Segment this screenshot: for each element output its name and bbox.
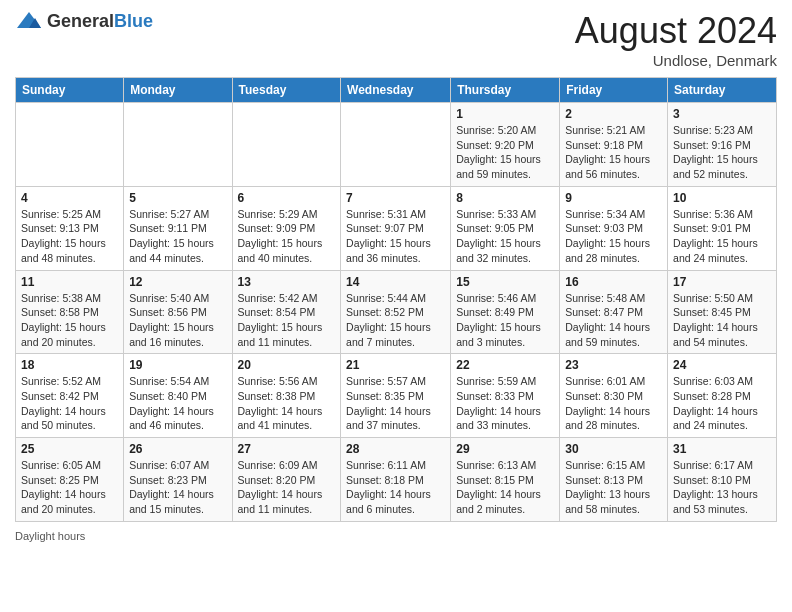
calendar-cell: 3Sunrise: 5:23 AM Sunset: 9:16 PM Daylig… [668, 103, 777, 187]
day-info: Sunrise: 6:07 AM Sunset: 8:23 PM Dayligh… [129, 458, 226, 517]
calendar-cell: 5Sunrise: 5:27 AM Sunset: 9:11 PM Daylig… [124, 186, 232, 270]
calendar-header-sunday: Sunday [16, 78, 124, 103]
day-number: 6 [238, 191, 336, 205]
page-header: GeneralBlue August 2024 Undlose, Denmark [15, 10, 777, 69]
day-number: 23 [565, 358, 662, 372]
calendar-header-thursday: Thursday [451, 78, 560, 103]
day-info: Sunrise: 6:13 AM Sunset: 8:15 PM Dayligh… [456, 458, 554, 517]
day-number: 7 [346, 191, 445, 205]
day-info: Sunrise: 5:44 AM Sunset: 8:52 PM Dayligh… [346, 291, 445, 350]
calendar-cell: 4Sunrise: 5:25 AM Sunset: 9:13 PM Daylig… [16, 186, 124, 270]
logo-general-text: General [47, 11, 114, 31]
day-info: Sunrise: 5:48 AM Sunset: 8:47 PM Dayligh… [565, 291, 662, 350]
day-number: 20 [238, 358, 336, 372]
month-year: August 2024 [575, 10, 777, 52]
title-block: August 2024 Undlose, Denmark [575, 10, 777, 69]
calendar-cell: 9Sunrise: 5:34 AM Sunset: 9:03 PM Daylig… [560, 186, 668, 270]
day-info: Sunrise: 5:20 AM Sunset: 9:20 PM Dayligh… [456, 123, 554, 182]
day-info: Sunrise: 5:50 AM Sunset: 8:45 PM Dayligh… [673, 291, 771, 350]
day-info: Sunrise: 6:11 AM Sunset: 8:18 PM Dayligh… [346, 458, 445, 517]
calendar-cell: 27Sunrise: 6:09 AM Sunset: 8:20 PM Dayli… [232, 438, 341, 522]
calendar-week-row: 1Sunrise: 5:20 AM Sunset: 9:20 PM Daylig… [16, 103, 777, 187]
day-number: 26 [129, 442, 226, 456]
day-number: 25 [21, 442, 118, 456]
calendar-cell [341, 103, 451, 187]
day-info: Sunrise: 6:03 AM Sunset: 8:28 PM Dayligh… [673, 374, 771, 433]
calendar-week-row: 25Sunrise: 6:05 AM Sunset: 8:25 PM Dayli… [16, 438, 777, 522]
calendar-header-friday: Friday [560, 78, 668, 103]
day-info: Sunrise: 5:25 AM Sunset: 9:13 PM Dayligh… [21, 207, 118, 266]
calendar-cell: 26Sunrise: 6:07 AM Sunset: 8:23 PM Dayli… [124, 438, 232, 522]
day-number: 12 [129, 275, 226, 289]
day-info: Sunrise: 6:09 AM Sunset: 8:20 PM Dayligh… [238, 458, 336, 517]
day-number: 14 [346, 275, 445, 289]
day-info: Sunrise: 6:01 AM Sunset: 8:30 PM Dayligh… [565, 374, 662, 433]
calendar-header-tuesday: Tuesday [232, 78, 341, 103]
calendar-cell: 7Sunrise: 5:31 AM Sunset: 9:07 PM Daylig… [341, 186, 451, 270]
location: Undlose, Denmark [575, 52, 777, 69]
calendar-cell: 2Sunrise: 5:21 AM Sunset: 9:18 PM Daylig… [560, 103, 668, 187]
day-info: Sunrise: 5:31 AM Sunset: 9:07 PM Dayligh… [346, 207, 445, 266]
footer: Daylight hours [15, 530, 777, 542]
day-info: Sunrise: 5:57 AM Sunset: 8:35 PM Dayligh… [346, 374, 445, 433]
calendar-cell: 10Sunrise: 5:36 AM Sunset: 9:01 PM Dayli… [668, 186, 777, 270]
day-info: Sunrise: 5:59 AM Sunset: 8:33 PM Dayligh… [456, 374, 554, 433]
calendar-cell: 21Sunrise: 5:57 AM Sunset: 8:35 PM Dayli… [341, 354, 451, 438]
day-info: Sunrise: 6:17 AM Sunset: 8:10 PM Dayligh… [673, 458, 771, 517]
calendar-cell [124, 103, 232, 187]
day-number: 4 [21, 191, 118, 205]
day-info: Sunrise: 5:21 AM Sunset: 9:18 PM Dayligh… [565, 123, 662, 182]
calendar-cell: 12Sunrise: 5:40 AM Sunset: 8:56 PM Dayli… [124, 270, 232, 354]
calendar-cell: 22Sunrise: 5:59 AM Sunset: 8:33 PM Dayli… [451, 354, 560, 438]
calendar-cell: 8Sunrise: 5:33 AM Sunset: 9:05 PM Daylig… [451, 186, 560, 270]
day-number: 3 [673, 107, 771, 121]
day-number: 18 [21, 358, 118, 372]
calendar-cell: 23Sunrise: 6:01 AM Sunset: 8:30 PM Dayli… [560, 354, 668, 438]
calendar-cell: 16Sunrise: 5:48 AM Sunset: 8:47 PM Dayli… [560, 270, 668, 354]
day-number: 2 [565, 107, 662, 121]
day-number: 21 [346, 358, 445, 372]
day-number: 8 [456, 191, 554, 205]
day-info: Sunrise: 5:54 AM Sunset: 8:40 PM Dayligh… [129, 374, 226, 433]
day-number: 17 [673, 275, 771, 289]
day-info: Sunrise: 5:34 AM Sunset: 9:03 PM Dayligh… [565, 207, 662, 266]
day-info: Sunrise: 5:56 AM Sunset: 8:38 PM Dayligh… [238, 374, 336, 433]
calendar-cell: 11Sunrise: 5:38 AM Sunset: 8:58 PM Dayli… [16, 270, 124, 354]
calendar-cell: 28Sunrise: 6:11 AM Sunset: 8:18 PM Dayli… [341, 438, 451, 522]
day-number: 13 [238, 275, 336, 289]
calendar-cell: 31Sunrise: 6:17 AM Sunset: 8:10 PM Dayli… [668, 438, 777, 522]
day-number: 24 [673, 358, 771, 372]
day-number: 9 [565, 191, 662, 205]
day-number: 1 [456, 107, 554, 121]
calendar-cell: 24Sunrise: 6:03 AM Sunset: 8:28 PM Dayli… [668, 354, 777, 438]
calendar-cell [232, 103, 341, 187]
calendar-cell: 18Sunrise: 5:52 AM Sunset: 8:42 PM Dayli… [16, 354, 124, 438]
day-number: 27 [238, 442, 336, 456]
calendar-cell [16, 103, 124, 187]
calendar-cell: 29Sunrise: 6:13 AM Sunset: 8:15 PM Dayli… [451, 438, 560, 522]
calendar-header-monday: Monday [124, 78, 232, 103]
day-number: 11 [21, 275, 118, 289]
calendar-table: SundayMondayTuesdayWednesdayThursdayFrid… [15, 77, 777, 522]
daylight-label: Daylight hours [15, 530, 85, 542]
day-info: Sunrise: 5:33 AM Sunset: 9:05 PM Dayligh… [456, 207, 554, 266]
day-info: Sunrise: 5:38 AM Sunset: 8:58 PM Dayligh… [21, 291, 118, 350]
calendar-week-row: 4Sunrise: 5:25 AM Sunset: 9:13 PM Daylig… [16, 186, 777, 270]
day-info: Sunrise: 5:36 AM Sunset: 9:01 PM Dayligh… [673, 207, 771, 266]
day-number: 22 [456, 358, 554, 372]
day-info: Sunrise: 5:42 AM Sunset: 8:54 PM Dayligh… [238, 291, 336, 350]
logo-blue-text: Blue [114, 11, 153, 31]
calendar-week-row: 11Sunrise: 5:38 AM Sunset: 8:58 PM Dayli… [16, 270, 777, 354]
day-info: Sunrise: 5:23 AM Sunset: 9:16 PM Dayligh… [673, 123, 771, 182]
day-info: Sunrise: 5:52 AM Sunset: 8:42 PM Dayligh… [21, 374, 118, 433]
calendar-cell: 25Sunrise: 6:05 AM Sunset: 8:25 PM Dayli… [16, 438, 124, 522]
day-number: 29 [456, 442, 554, 456]
day-number: 31 [673, 442, 771, 456]
calendar-cell: 20Sunrise: 5:56 AM Sunset: 8:38 PM Dayli… [232, 354, 341, 438]
calendar-cell: 13Sunrise: 5:42 AM Sunset: 8:54 PM Dayli… [232, 270, 341, 354]
day-info: Sunrise: 5:29 AM Sunset: 9:09 PM Dayligh… [238, 207, 336, 266]
logo: GeneralBlue [15, 10, 153, 32]
day-number: 30 [565, 442, 662, 456]
day-info: Sunrise: 6:15 AM Sunset: 8:13 PM Dayligh… [565, 458, 662, 517]
day-info: Sunrise: 5:46 AM Sunset: 8:49 PM Dayligh… [456, 291, 554, 350]
